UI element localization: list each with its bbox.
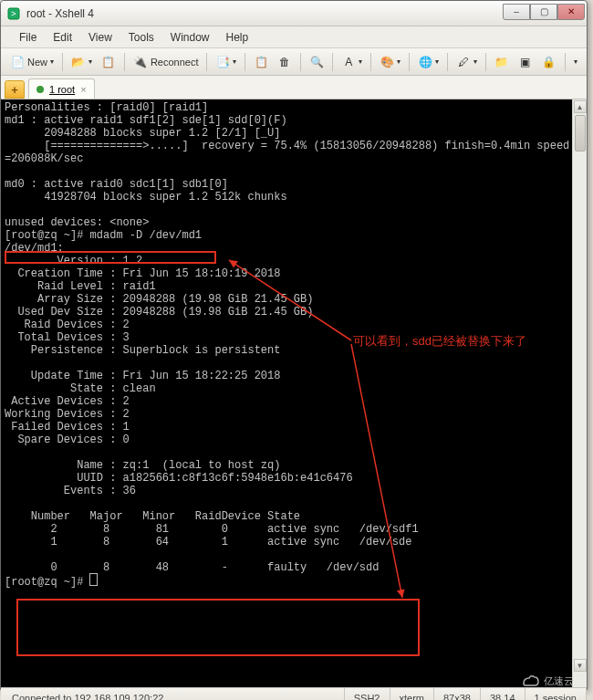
window-buttons: – ▢ ✕: [503, 7, 585, 20]
menu-bar: File Edit View Tools Window Help: [1, 26, 587, 48]
font-button[interactable]: A▾: [338, 52, 366, 72]
highlight-button[interactable]: 🖊▾: [453, 52, 481, 72]
annotation-box-devices: [16, 599, 420, 656]
status-connection: Connected to 192.168.109.120:22.: [1, 688, 345, 700]
maximize-button[interactable]: ▢: [530, 4, 557, 20]
menu-tools[interactable]: Tools: [129, 31, 154, 44]
menu-help[interactable]: Help: [226, 31, 249, 44]
scheme-button[interactable]: 🌐▾: [414, 52, 442, 72]
lock-button[interactable]: 🔒: [538, 52, 560, 72]
menu-edit[interactable]: Edit: [53, 31, 72, 44]
separator: [62, 53, 63, 71]
properties-icon: 📑: [215, 55, 230, 69]
status-sessions: 1 session: [525, 688, 587, 700]
status-protocol: SSH2: [345, 688, 390, 700]
separator: [447, 53, 448, 71]
tab-root[interactable]: 1 root ×: [28, 78, 95, 99]
reconnect-label: Reconnect: [151, 57, 199, 68]
tab-label: 1 root: [49, 84, 75, 95]
status-cursor: 38,14: [481, 688, 525, 700]
find-button[interactable]: 🔍: [306, 52, 328, 72]
terminal-area[interactable]: Personalities : [raid0] [raid1] md1 : ac…: [1, 99, 587, 687]
props-button[interactable]: 📑▾: [212, 52, 240, 72]
new-icon: 📄: [10, 55, 25, 69]
menu-window[interactable]: Window: [171, 31, 210, 44]
separator: [124, 53, 125, 71]
app-window: > root - Xshell 4 – ▢ ✕ File Edit View T…: [0, 0, 588, 690]
status-term: xterm: [390, 688, 435, 700]
separator: [565, 53, 566, 71]
term-button[interactable]: ▣: [515, 52, 536, 72]
globe-icon: 🌐: [418, 55, 432, 69]
copy-button[interactable]: 📋: [98, 52, 120, 72]
paste-button[interactable]: 📋: [250, 52, 272, 72]
scroll-down-button[interactable]: ▼: [574, 659, 587, 672]
highlight-icon: 🖊: [456, 55, 471, 69]
dropdown-icon: ▾: [50, 57, 54, 66]
separator: [332, 53, 333, 71]
reconnect-icon: 🔌: [133, 55, 148, 69]
terminal-output[interactable]: Personalities : [raid0] [raid1] md1 : ac…: [1, 99, 587, 590]
new-button[interactable]: 📄 New ▾: [6, 52, 57, 72]
search-icon: 🔍: [309, 55, 324, 69]
vertical-scrollbar[interactable]: ▲ ▼: [572, 99, 587, 687]
clear-icon: 🗑: [277, 55, 292, 69]
add-tab-button[interactable]: +: [5, 80, 25, 99]
separator: [300, 53, 301, 71]
toolbar: 📄 New ▾ 📂▾ 📋 🔌 Reconnect 📑▾ 📋 🗑 🔍 A▾ 🎨▾ …: [1, 48, 587, 76]
xftp-icon: 📁: [494, 55, 509, 69]
lock-icon: 🔒: [542, 55, 557, 69]
svg-text:>: >: [11, 9, 16, 18]
overflow-button[interactable]: ▾: [570, 52, 581, 72]
open-button[interactable]: 📂▾: [68, 52, 96, 72]
paste-icon: 📋: [254, 55, 268, 69]
status-bar: Connected to 192.168.109.120:22. SSH2 xt…: [1, 687, 587, 700]
reconnect-button[interactable]: 🔌 Reconnect: [130, 52, 203, 72]
scroll-up-button[interactable]: ▲: [574, 100, 587, 113]
menu-view[interactable]: View: [88, 31, 112, 44]
xftp-button[interactable]: 📁: [491, 52, 513, 72]
menu-file[interactable]: File: [19, 31, 36, 44]
status-size: 87x38: [434, 688, 481, 700]
connected-icon: [36, 86, 44, 93]
close-button[interactable]: ✕: [557, 4, 585, 20]
separator: [409, 53, 410, 71]
folder-icon: 📂: [71, 55, 86, 69]
separator: [485, 53, 486, 71]
font-icon: A: [341, 55, 356, 69]
copy-icon: 📋: [101, 55, 116, 69]
separator: [370, 53, 371, 71]
title-bar[interactable]: > root - Xshell 4 – ▢ ✕: [1, 1, 587, 26]
scroll-thumb[interactable]: [575, 115, 586, 151]
palette-icon: 🎨: [380, 55, 394, 69]
terminal-icon: ▣: [518, 55, 533, 69]
app-icon: >: [6, 6, 21, 21]
tab-bar: + 1 root ×: [1, 76, 587, 99]
new-label: New: [27, 57, 47, 68]
window-title: root - Xshell 4: [26, 7, 503, 20]
separator: [206, 53, 207, 71]
clear-button[interactable]: 🗑: [274, 52, 296, 72]
tab-close-button[interactable]: ×: [80, 84, 86, 95]
color-button[interactable]: 🎨▾: [376, 52, 404, 72]
minimize-button[interactable]: –: [503, 4, 530, 20]
separator: [244, 53, 245, 71]
